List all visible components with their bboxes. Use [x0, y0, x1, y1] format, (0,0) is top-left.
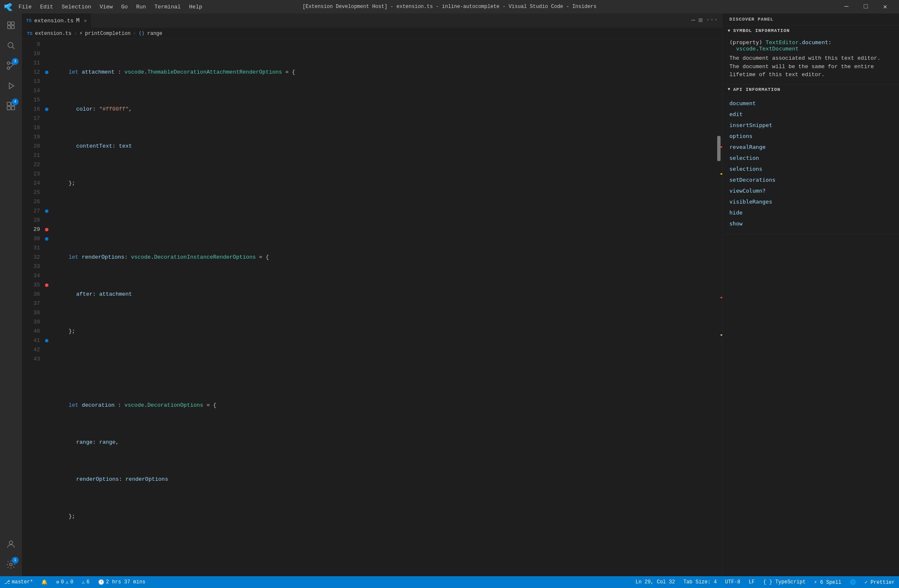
- settings-badge: 1: [12, 557, 19, 564]
- api-item-setDecorations[interactable]: setDecorations: [729, 175, 892, 185]
- ln-15: 15: [22, 95, 40, 105]
- activity-account[interactable]: [1, 534, 21, 554]
- tab-extension-ts[interactable]: TS extension.ts M ✕: [22, 13, 91, 28]
- api-item-options[interactable]: options: [729, 131, 892, 142]
- panel-header: DISCOVER PANEL: [723, 13, 899, 26]
- close-button[interactable]: ✕: [875, 0, 895, 13]
- ln-28: 28: [22, 216, 40, 225]
- breadcrumb-file[interactable]: extension.ts: [35, 31, 71, 37]
- layout-button[interactable]: ⊞: [698, 15, 704, 25]
- menu-bar: File Edit Selection View Go Run Terminal…: [15, 2, 206, 12]
- status-info[interactable]: ⚠ 6: [77, 576, 93, 588]
- code-line-16: };: [53, 327, 715, 336]
- collapse-icon: ▼: [728, 29, 731, 33]
- api-item-selection[interactable]: selection: [729, 153, 892, 164]
- encoding-label: UTF-8: [725, 579, 740, 585]
- status-position[interactable]: Ln 29, Col 32: [631, 576, 679, 588]
- svg-point-5: [7, 67, 10, 69]
- ln-23: 23: [22, 170, 40, 179]
- split-editor-button[interactable]: ⋯: [690, 15, 696, 25]
- status-bar-right: Ln 29, Col 32 Tab Size: 4 UTF-8 LF { } T…: [631, 576, 899, 588]
- code-line-20: renderOptions: renderOptions: [53, 475, 715, 484]
- ln-29: 29: [22, 225, 40, 234]
- editor-scrollbar[interactable]: [715, 39, 722, 576]
- ln-31: 31: [22, 244, 40, 253]
- status-spell[interactable]: ⚡ 6 Spell: [810, 576, 846, 588]
- status-prettier[interactable]: ✓ Prettier: [860, 576, 899, 588]
- menu-edit[interactable]: Edit: [37, 2, 56, 12]
- api-section-label: API INFORMATION: [733, 87, 780, 92]
- warning-icon: ⚠: [66, 579, 69, 585]
- code-content[interactable]: let attachment : vscode.ThemableDecorati…: [50, 39, 715, 576]
- api-item-selections[interactable]: selections: [729, 164, 892, 175]
- status-bar-left: ⎇ master* 🔔 ⊘ 0 ⚠ 0 ⚠ 6 🕐 2 hrs 37 mins: [0, 576, 149, 588]
- menu-go[interactable]: Go: [118, 2, 131, 12]
- code-editor[interactable]: 9 10 11 12 13 14 15 16 17 18 19 20 21 22…: [22, 39, 722, 576]
- activity-source-control[interactable]: 3: [1, 56, 21, 76]
- api-item-edit[interactable]: edit: [729, 109, 892, 120]
- activity-extensions[interactable]: 4: [1, 96, 21, 116]
- breadcrumb-symbol[interactable]: range: [147, 31, 162, 37]
- status-errors[interactable]: ⊘ 0 ⚠ 0: [52, 576, 77, 588]
- error-count: 0: [61, 579, 64, 585]
- activity-settings[interactable]: 1: [1, 554, 21, 575]
- api-item-document[interactable]: document: [729, 98, 892, 109]
- api-item-show[interactable]: show: [729, 218, 892, 229]
- menu-help[interactable]: Help: [186, 2, 205, 12]
- activity-run[interactable]: [1, 76, 21, 96]
- status-eol[interactable]: LF: [745, 576, 759, 588]
- svg-rect-1: [11, 22, 14, 25]
- ln-37: 37: [22, 299, 40, 308]
- minimize-button[interactable]: ─: [837, 0, 856, 13]
- breadcrumb-sep-2: ›: [133, 31, 136, 37]
- bell-icon: 🔔: [41, 579, 48, 585]
- code-line-15: after: attachment: [53, 290, 715, 299]
- status-branch[interactable]: ⎇ master*: [0, 576, 37, 588]
- api-item-visibleRanges[interactable]: visibleRanges: [729, 196, 892, 207]
- info-icon: ⚠: [82, 579, 85, 585]
- svg-point-13: [10, 563, 12, 566]
- editor-area: TS extension.ts M ✕ ⋯ ⊞ ··· TS extension…: [22, 13, 722, 576]
- status-encoding[interactable]: UTF-8: [721, 576, 745, 588]
- svg-rect-8: [7, 102, 11, 106]
- activity-explorer[interactable]: [1, 15, 21, 35]
- window-title: [Extension Development Host] - extension…: [303, 4, 597, 10]
- discover-panel: DISCOVER PANEL ▼ SYMBOL INFORMATION (pro…: [722, 13, 899, 576]
- api-item-insertSnippet[interactable]: insertSnippet: [729, 120, 892, 131]
- status-language[interactable]: { } TypeScript: [759, 576, 810, 588]
- breadcrumb-function[interactable]: printCompletion: [85, 31, 130, 37]
- ln-11: 11: [22, 58, 40, 68]
- clock-icon: 🕐: [98, 579, 104, 585]
- ln-43: 43: [22, 355, 40, 364]
- api-item-revealRange[interactable]: revealRange: [729, 142, 892, 153]
- status-notifications[interactable]: 🔔: [37, 576, 52, 588]
- position-label: Ln 29, Col 32: [636, 579, 675, 585]
- api-item-hide[interactable]: hide: [729, 207, 892, 218]
- menu-run[interactable]: Run: [133, 2, 149, 12]
- breadcrumb-fn-icon: ⚡: [80, 30, 82, 37]
- api-item-viewColumn[interactable]: viewColumn?: [729, 185, 892, 196]
- status-tab-size[interactable]: Tab Size: 4: [679, 576, 721, 588]
- code-line-19: range: range,: [53, 438, 715, 447]
- more-actions-button[interactable]: ···: [705, 15, 719, 25]
- ln-9: 9: [22, 40, 40, 49]
- branch-label: master*: [12, 579, 33, 585]
- title-bar: File Edit Selection View Go Run Terminal…: [0, 0, 899, 13]
- status-globe[interactable]: 🌐: [846, 576, 860, 588]
- menu-selection[interactable]: Selection: [58, 2, 94, 12]
- status-time[interactable]: 🕐 2 hrs 37 mins: [94, 576, 150, 588]
- symbol-description: The document associated with this text e…: [729, 54, 892, 79]
- api-collapse-icon: ▼: [728, 87, 731, 92]
- menu-terminal[interactable]: Terminal: [151, 2, 184, 12]
- api-section-header[interactable]: ▼ API INFORMATION: [723, 85, 899, 95]
- tab-close-button[interactable]: ✕: [84, 18, 87, 24]
- symbol-section-header[interactable]: ▼ SYMBOL INFORMATION: [723, 26, 899, 36]
- menu-view[interactable]: View: [96, 2, 116, 12]
- maximize-button[interactable]: □: [856, 0, 875, 13]
- symbol-type: (property) TextEditor.document: vscode.T…: [729, 39, 892, 52]
- vscode-logo: [4, 3, 13, 11]
- branch-icon: ⎇: [4, 579, 10, 585]
- menu-file[interactable]: File: [15, 2, 35, 12]
- activity-search[interactable]: [1, 35, 21, 56]
- code-line-9: let attachment : vscode.ThemableDecorati…: [53, 68, 715, 77]
